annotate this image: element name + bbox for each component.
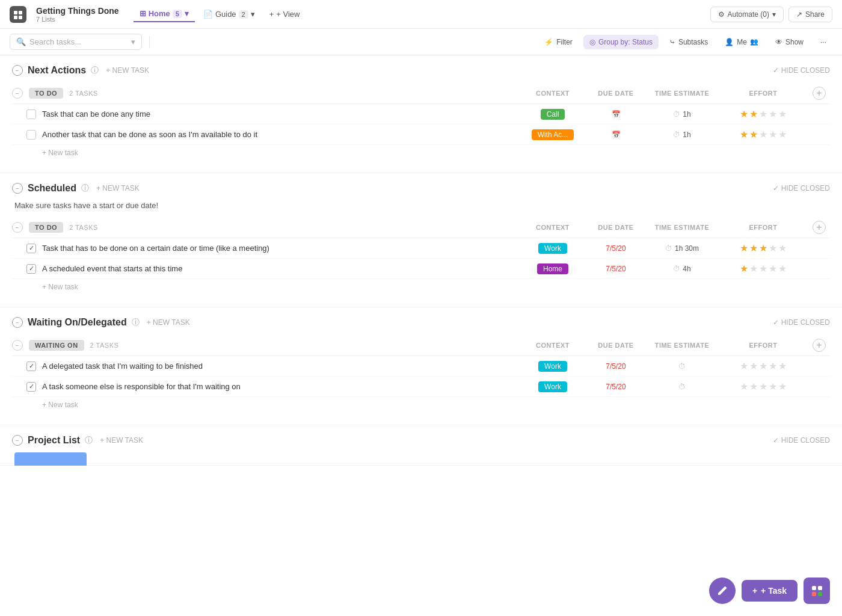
task-effort-4[interactable]: ★ ★ ★ ★ ★ (718, 263, 808, 274)
hide-closed-project[interactable]: ✓ HIDE CLOSED (773, 436, 830, 445)
task-name-4[interactable]: A scheduled event that starts at this ti… (42, 264, 520, 273)
new-task-scheduled[interactable]: + NEW TASK (96, 184, 140, 192)
status-badge-waiting[interactable]: WAITING ON (29, 340, 84, 351)
task-duedate-4[interactable]: 7/5/20 (586, 265, 646, 273)
app-title-group: Getting Things Done 7 Lists (36, 6, 119, 23)
grid-button[interactable] (804, 578, 830, 604)
task-checkbox-4[interactable]: ✓ (26, 264, 36, 274)
task-timeest-6[interactable]: ⏱ (646, 383, 718, 391)
hourglass-icon-5: ⏱ (678, 362, 686, 371)
table-row: ✓ A task someone else is responsible for… (12, 377, 830, 397)
collapse-waiting-on[interactable]: − (12, 340, 23, 351)
star-3-3: ★ (759, 242, 767, 254)
new-task-waiting[interactable]: + NEW TASK (147, 318, 190, 327)
task-checkbox-1[interactable] (26, 109, 36, 119)
task-checkbox-2[interactable] (26, 130, 36, 140)
filter-button[interactable]: ⚡ Filter (538, 35, 579, 49)
more-icon: ··· (820, 38, 826, 46)
collapse-project[interactable]: − (12, 435, 23, 446)
add-status-btn-2[interactable]: + (813, 221, 826, 234)
collapse-todo-1[interactable]: − (12, 88, 23, 99)
collapse-todo-2[interactable]: − (12, 222, 23, 233)
task-name-2[interactable]: Another task that can be done as soon as… (42, 130, 520, 139)
add-status-btn-1[interactable]: + (813, 87, 826, 100)
status-badge-todo-1[interactable]: TO DO (29, 88, 63, 99)
show-label: Show (785, 38, 804, 46)
search-icon: 🔍 (16, 37, 26, 46)
new-task-project[interactable]: + NEW TASK (100, 436, 143, 445)
task-checkbox-6[interactable]: ✓ (26, 382, 36, 392)
grid-dot-3 (812, 592, 816, 596)
info-icon-project[interactable]: ⓘ (85, 435, 93, 446)
show-button[interactable]: 👁 Show (769, 35, 810, 49)
table-row: Another task that can be done as soon as… (12, 125, 830, 145)
task-context-3: Work (520, 243, 586, 254)
info-icon-next-actions[interactable]: ⓘ (91, 65, 99, 76)
nav-view[interactable]: + + View (263, 7, 306, 22)
collapse-scheduled[interactable]: − (12, 183, 23, 194)
group-by-button[interactable]: ◎ Group by: Status (583, 35, 659, 49)
task-name-1[interactable]: Task that can be done any time (42, 109, 520, 119)
star-2-5: ★ (778, 129, 787, 140)
task-name-5[interactable]: A delegated task that I'm waiting to be … (42, 362, 520, 371)
section-header-next-actions: − Next Actions ⓘ + NEW TASK ✓ HIDE CLOSE… (12, 65, 830, 76)
task-timeest-1[interactable]: ⏱ 1h (646, 110, 718, 119)
context-tag-call[interactable]: Call (541, 109, 565, 120)
collapse-next-actions[interactable]: − (12, 65, 23, 76)
task-timeest-3[interactable]: ⏱ 1h 30m (646, 244, 718, 253)
task-duedate-1[interactable]: 📅 (586, 110, 646, 119)
status-badge-todo-2[interactable]: TO DO (29, 222, 63, 233)
new-task-next-actions[interactable]: + NEW TASK (106, 66, 149, 75)
task-duedate-2[interactable]: 📅 (586, 131, 646, 139)
context-tag-home[interactable]: Home (537, 263, 568, 274)
star-1-1: ★ (740, 108, 748, 120)
edit-button[interactable] (709, 578, 736, 604)
new-task-row-3[interactable]: + New task (12, 397, 830, 415)
new-task-button[interactable]: + + Task (742, 580, 797, 602)
task-duedate-6[interactable]: 7/5/20 (586, 383, 646, 391)
me-button[interactable]: 👤 Me 👥 (719, 35, 764, 49)
hourglass-icon-1: ⏱ (673, 110, 680, 119)
add-status-btn-3[interactable]: + (813, 339, 826, 352)
new-task-label: + Task (761, 586, 787, 596)
more-options-button[interactable]: ··· (814, 35, 832, 49)
subtasks-button[interactable]: ⤷ Subtasks (663, 35, 714, 49)
task-checkbox-3[interactable]: ✓ (26, 244, 36, 253)
search-box[interactable]: 🔍 Search tasks... ▾ (10, 34, 142, 50)
nav-home[interactable]: ⊞ Home 5 ▾ (134, 6, 195, 22)
context-tag-work-2[interactable]: Work (538, 361, 567, 372)
task-effort-6[interactable]: ★ ★ ★ ★ ★ (718, 381, 808, 392)
share-button[interactable]: ↗ Share (788, 7, 832, 22)
nav-guide[interactable]: 📄 Guide 2 ▾ (197, 7, 261, 22)
context-tag-work-3[interactable]: Work (538, 381, 567, 392)
info-icon-scheduled[interactable]: ⓘ (81, 183, 89, 194)
hide-closed-scheduled[interactable]: ✓ HIDE CLOSED (773, 184, 830, 192)
star-6-5: ★ (778, 381, 787, 392)
new-task-row-1[interactable]: + New task (12, 145, 830, 163)
new-task-row-2[interactable]: + New task (12, 279, 830, 297)
context-tag-withac[interactable]: With Ac... (532, 129, 574, 140)
info-icon-waiting[interactable]: ⓘ (132, 317, 140, 328)
task-timeest-4[interactable]: ⏱ 4h (646, 265, 718, 273)
task-effort-2[interactable]: ★ ★ ★ ★ ★ (718, 129, 808, 140)
task-effort-5[interactable]: ★ ★ ★ ★ ★ (718, 360, 808, 372)
col-add-1: + (808, 87, 830, 100)
collapse-waiting[interactable]: − (12, 317, 23, 328)
task-effort-3[interactable]: ★ ★ ★ ★ ★ (718, 242, 808, 254)
group-by-label: Group by: Status (598, 38, 653, 46)
task-duedate-3[interactable]: 7/5/20 (586, 244, 646, 253)
hide-closed-waiting[interactable]: ✓ HIDE CLOSED (773, 318, 830, 327)
check-icon-waiting: ✓ (773, 318, 779, 327)
task-name-3[interactable]: Task that has to be done on a certain da… (42, 244, 520, 253)
task-name-6[interactable]: A task someone else is responsible for t… (42, 382, 520, 391)
top-bar: Getting Things Done 7 Lists ⊞ Home 5 ▾ 📄… (0, 0, 842, 29)
task-timeest-2[interactable]: ⏱ 1h (646, 131, 718, 139)
task-checkbox-5[interactable]: ✓ (26, 362, 36, 371)
hide-closed-next-actions[interactable]: ✓ HIDE CLOSED (773, 66, 830, 75)
context-tag-work-1[interactable]: Work (538, 243, 567, 254)
task-duedate-5[interactable]: 7/5/20 (586, 362, 646, 371)
task-effort-1[interactable]: ★ ★ ★ ★ ★ (718, 108, 808, 120)
task-timeest-5[interactable]: ⏱ (646, 362, 718, 371)
toolbar: 🔍 Search tasks... ▾ ⚡ Filter ◎ Group by:… (0, 29, 842, 55)
automate-button[interactable]: ⚙ Automate (0) ▾ (710, 7, 784, 22)
